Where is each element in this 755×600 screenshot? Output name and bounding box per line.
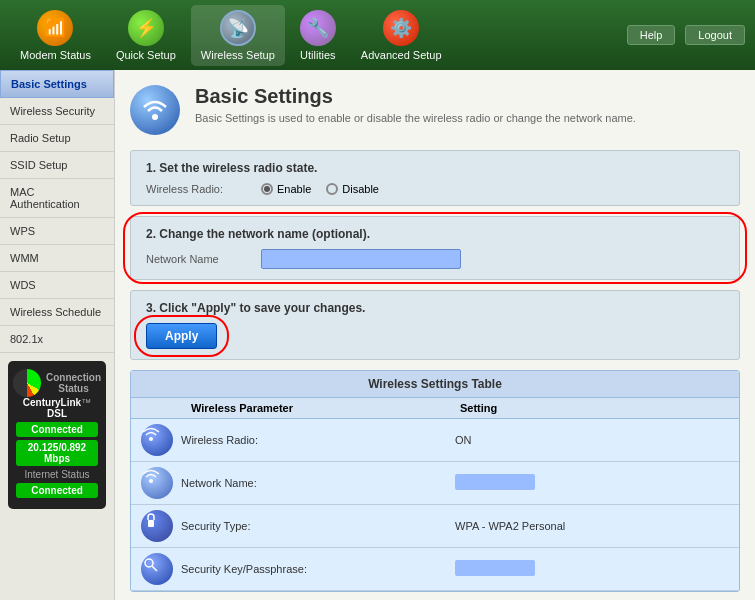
disable-radio-dot <box>326 183 338 195</box>
enable-radio-dot <box>261 183 273 195</box>
nav-modem-status[interactable]: 📶 Modem Status <box>10 5 101 66</box>
svg-point-1 <box>149 437 153 441</box>
table-row: Security Key/Passphrase: <box>131 548 739 591</box>
connection-status-badge: Connected <box>16 422 98 437</box>
content-area: Basic Settings Basic Settings is used to… <box>115 70 755 600</box>
logout-button[interactable]: Logout <box>685 25 745 45</box>
modem-status-icon: 📶 <box>37 10 73 46</box>
table-header-param: Wireless Parameter <box>191 402 460 414</box>
step3-section: 3. Click "Apply" to save your changes. A… <box>130 290 740 360</box>
page-title: Basic Settings <box>195 85 636 108</box>
main-layout: Basic Settings Wireless Security Radio S… <box>0 70 755 600</box>
internet-status-badge: Connected <box>16 483 98 498</box>
apply-button[interactable]: Apply <box>146 323 217 349</box>
table-header-icon-col <box>141 402 191 414</box>
quick-setup-icon: ⚡ <box>128 10 164 46</box>
row-param-2: Network Name: <box>181 477 455 489</box>
brand-label: CenturyLink™ DSL <box>16 397 98 419</box>
advanced-setup-icon: ⚙️ <box>383 10 419 46</box>
step1-title: 1. Set the wireless radio state. <box>146 161 724 175</box>
row-param-4: Security Key/Passphrase: <box>181 563 455 575</box>
utilities-icon: 🔧 <box>300 10 336 46</box>
wireless-radio-label: Wireless Radio: <box>146 183 246 195</box>
wireless-setup-icon: 📡 <box>220 10 256 46</box>
connection-status-box: Connection Status CenturyLink™ DSL Conne… <box>8 361 106 509</box>
network-name-field: Network Name <box>146 249 724 269</box>
sidebar-item-wireless-schedule[interactable]: Wireless Schedule <box>0 299 114 326</box>
nav-wireless-label: Wireless Setup <box>201 49 275 61</box>
table-row: Security Type: WPA - WPA2 Personal <box>131 505 739 548</box>
row-param-1: Wireless Radio: <box>181 434 455 446</box>
row-icon-1 <box>141 424 173 456</box>
page-header: Basic Settings Basic Settings is used to… <box>130 85 740 135</box>
nav-quick-setup[interactable]: ⚡ Quick Setup <box>106 5 186 66</box>
nav-wireless-setup[interactable]: 📡 Wireless Setup <box>191 5 285 66</box>
svg-rect-3 <box>148 520 154 527</box>
sidebar-item-8021x[interactable]: 802.1x <box>0 326 114 353</box>
disable-radio[interactable]: Disable <box>326 183 379 195</box>
sidebar-item-wmm[interactable]: WMM <box>0 245 114 272</box>
top-right-buttons: Help Logout <box>627 25 745 45</box>
nav-quick-label: Quick Setup <box>116 49 176 61</box>
network-name-label: Network Name <box>146 253 246 265</box>
svg-line-5 <box>152 566 157 571</box>
nav-advanced-label: Advanced Setup <box>361 49 442 61</box>
page-description: Basic Settings is used to enable or disa… <box>195 112 636 124</box>
wireless-radio-field: Wireless Radio: Enable Disable <box>146 183 724 195</box>
nav-utilities-label: Utilities <box>300 49 335 61</box>
apply-button-wrapper: Apply <box>146 323 217 349</box>
row-val-2 <box>455 474 729 492</box>
row-icon-4 <box>141 553 173 585</box>
row-param-3: Security Type: <box>181 520 455 532</box>
table-row: Wireless Radio: ON <box>131 419 739 462</box>
row-val-3: WPA - WPA2 Personal <box>455 520 729 532</box>
connection-title: Connection Status <box>46 372 101 394</box>
enable-radio[interactable]: Enable <box>261 183 311 195</box>
sidebar-item-wds[interactable]: WDS <box>0 272 114 299</box>
sidebar: Basic Settings Wireless Security Radio S… <box>0 70 115 600</box>
speedometer-icon <box>13 369 41 397</box>
radio-group: Enable Disable <box>261 183 379 195</box>
svg-point-2 <box>149 479 153 483</box>
page-header-icon <box>130 85 180 135</box>
wireless-settings-table: Wireless Settings Table Wireless Paramet… <box>130 370 740 592</box>
row-icon-2 <box>141 467 173 499</box>
sidebar-item-wps[interactable]: WPS <box>0 218 114 245</box>
page-header-text: Basic Settings Basic Settings is used to… <box>195 85 636 124</box>
sidebar-item-ssid-setup[interactable]: SSID Setup <box>0 152 114 179</box>
sidebar-item-basic-settings[interactable]: Basic Settings <box>0 70 114 98</box>
top-navigation: 📶 Modem Status ⚡ Quick Setup 📡 Wireless … <box>10 5 452 66</box>
security-key-value <box>455 560 535 576</box>
top-bar: 📶 Modem Status ⚡ Quick Setup 📡 Wireless … <box>0 0 755 70</box>
speed-badge: 20.125/0.892 Mbps <box>16 440 98 466</box>
step3-title: 3. Click "Apply" to save your changes. <box>146 301 724 315</box>
table-header-setting: Setting <box>460 402 729 414</box>
step2-title: 2. Change the network name (optional). <box>146 227 724 241</box>
sidebar-item-wireless-security[interactable]: Wireless Security <box>0 98 114 125</box>
nav-advanced-setup[interactable]: ⚙️ Advanced Setup <box>351 5 452 66</box>
step2-section: 2. Change the network name (optional). N… <box>130 216 740 280</box>
svg-point-0 <box>152 114 158 120</box>
sidebar-item-mac-auth[interactable]: MAC Authentication <box>0 179 114 218</box>
network-name-input[interactable] <box>261 249 461 269</box>
help-button[interactable]: Help <box>627 25 676 45</box>
wireless-icon <box>140 95 170 125</box>
nav-modem-label: Modem Status <box>20 49 91 61</box>
nav-utilities[interactable]: 🔧 Utilities <box>290 5 346 66</box>
sidebar-item-radio-setup[interactable]: Radio Setup <box>0 125 114 152</box>
svg-point-4 <box>145 559 153 567</box>
step1-section: 1. Set the wireless radio state. Wireles… <box>130 150 740 206</box>
internet-status-label: Internet Status <box>16 469 98 480</box>
row-val-4 <box>455 560 729 578</box>
table-row: Network Name: <box>131 462 739 505</box>
network-name-value <box>455 474 535 490</box>
table-header: Wireless Parameter Setting <box>131 398 739 419</box>
table-title: Wireless Settings Table <box>131 371 739 398</box>
row-val-1: ON <box>455 434 729 446</box>
row-icon-3 <box>141 510 173 542</box>
